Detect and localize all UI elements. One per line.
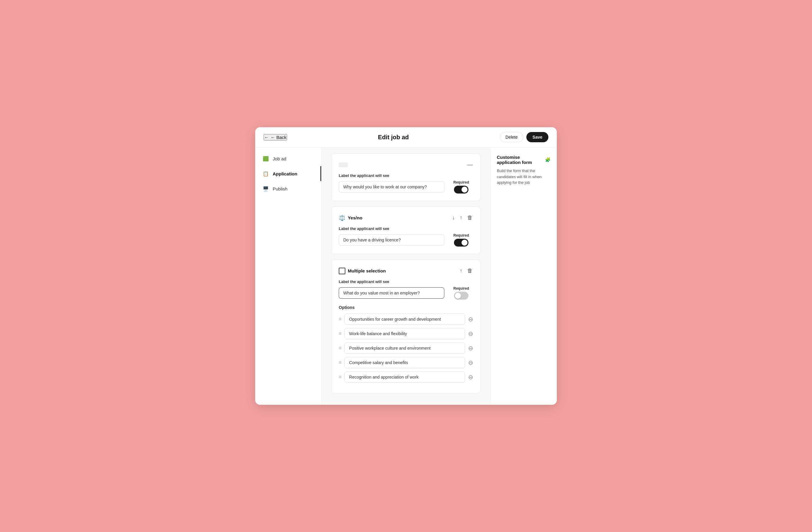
card-multiple-type: Multiple selection [339,268,386,274]
multiple-up-button[interactable]: ↑ [459,267,463,275]
card-yesno-header: ⚖️ Yes/no ↓ ↑ 🗑 [339,214,473,222]
yesno-delete-button[interactable]: 🗑 [467,214,473,222]
option-input-1[interactable] [345,328,465,339]
job-ad-icon: 🟩 [262,155,269,162]
yesno-down-button[interactable]: ↓ [451,214,455,222]
yesno-required-label: Required [453,233,469,237]
sidebar-item-label-job-ad: Job ad [273,156,286,161]
card-multiple-actions: ↑ 🗑 [459,267,473,275]
yesno-type-label: Yes/no [348,215,362,220]
option-remove-3[interactable]: ⊖ [468,359,473,366]
card-yesno-type: ⚖️ Yes/no [339,215,362,221]
main-padding: — Label the applicant will see Required [331,147,481,405]
save-button[interactable]: Save [526,132,548,142]
right-panel-title: Customise application form 🧩 [497,154,551,165]
partial-required-label: Required [453,180,469,184]
partial-card-placeholder [339,162,348,167]
sidebar-item-application[interactable]: 📋 Application [255,166,321,181]
multiple-toggle-knob [455,293,461,299]
partial-toggle-knob [462,187,467,193]
option-row-0: ≡ ⊖ [339,313,473,325]
main-content: — Label the applicant will see Required [321,147,491,405]
drag-icon-3[interactable]: ≡ [339,360,342,365]
option-row-2: ≡ ⊖ [339,342,473,354]
drag-icon-2[interactable]: ≡ [339,345,342,351]
option-input-4[interactable] [345,371,465,383]
partial-field-label: Label the applicant will see [339,173,473,178]
partial-field-input[interactable] [339,181,444,193]
right-panel: Customise application form 🧩 Build the f… [491,147,557,405]
multiple-field-label: Label the applicant will see [339,279,473,284]
partial-toggle[interactable] [454,186,468,193]
yesno-icon: ⚖️ [339,215,345,221]
card-multiple-header: Multiple selection ↑ 🗑 [339,267,473,275]
partial-required-group: Required [449,180,473,193]
sidebar-item-job-ad[interactable]: 🟩 Job ad [255,151,321,166]
partial-field-row: Required [339,180,473,193]
drag-icon-4[interactable]: ≡ [339,374,342,380]
option-row-1: ≡ ⊖ [339,328,473,339]
sidebar-item-publish[interactable]: 🖥️ Publish [255,181,321,196]
multiple-required-label: Required [453,286,469,291]
option-input-3[interactable] [345,357,465,368]
yesno-required-group: Required [449,233,473,247]
back-label: ← Back [271,135,287,140]
drag-icon-1[interactable]: ≡ [339,331,342,336]
option-row-3: ≡ ⊖ [339,357,473,368]
yesno-toggle-slider [454,239,468,247]
back-button[interactable]: ← ← Back [264,134,287,141]
header-actions: Delete Save [500,132,548,142]
partial-card-top: — [339,161,473,168]
option-input-2[interactable] [345,342,465,354]
option-remove-1[interactable]: ⊖ [468,330,473,337]
application-icon: 📋 [262,170,269,177]
multiple-icon [339,268,345,274]
right-panel-title-text: Customise application form [497,154,543,165]
multiple-field-input[interactable] [339,287,444,299]
page-title: Edit job ad [378,134,409,141]
yesno-toggle[interactable] [454,239,468,247]
delete-button[interactable]: Delete [500,132,523,142]
yesno-field-label: Label the applicant will see [339,226,473,231]
yesno-toggle-knob [462,240,467,246]
right-panel-desc: Build the form that the candidates will … [497,168,551,186]
back-arrow-icon: ← [264,135,269,140]
options-label: Options [339,305,473,310]
card-multiple: Multiple selection ↑ 🗑 Label the applica… [331,260,481,393]
multiple-field-row: Required [339,286,473,300]
yesno-field-input[interactable] [339,234,444,246]
multiple-required-group: Required [449,286,473,300]
option-row-4: ≡ ⊖ [339,371,473,383]
card-yesno: ⚖️ Yes/no ↓ ↑ 🗑 Label the applicant will… [331,206,481,254]
yesno-up-button[interactable]: ↑ [459,214,463,222]
yesno-field-row: Required [339,233,473,247]
card-yesno-actions: ↓ ↑ 🗑 [451,214,473,222]
sidebar-item-label-publish: Publish [273,186,288,191]
publish-icon: 🖥️ [262,186,269,192]
drag-icon-0[interactable]: ≡ [339,316,342,322]
header: ← ← Back Edit job ad Delete Save [255,127,557,147]
multiple-toggle[interactable] [454,292,468,300]
card-partial: — Label the applicant will see Required [331,153,481,201]
sidebar-item-label-application: Application [273,171,298,176]
option-remove-2[interactable]: ⊖ [468,344,473,352]
right-panel-icon: 🧩 [545,157,551,162]
multiple-delete-button[interactable]: 🗑 [467,267,473,275]
multiple-toggle-slider [454,292,468,300]
body-layout: 🟩 Job ad 📋 Application 🖥️ Publish — [255,147,557,405]
multiple-type-label: Multiple selection [348,268,386,274]
sidebar: 🟩 Job ad 📋 Application 🖥️ Publish [255,147,321,405]
option-input-0[interactable] [345,313,465,325]
option-remove-0[interactable]: ⊖ [468,315,473,323]
option-remove-4[interactable]: ⊖ [468,373,473,381]
main-window: ← ← Back Edit job ad Delete Save 🟩 Job a… [255,127,557,405]
partial-card-minus-button[interactable]: — [467,161,473,168]
partial-toggle-slider [454,186,468,193]
